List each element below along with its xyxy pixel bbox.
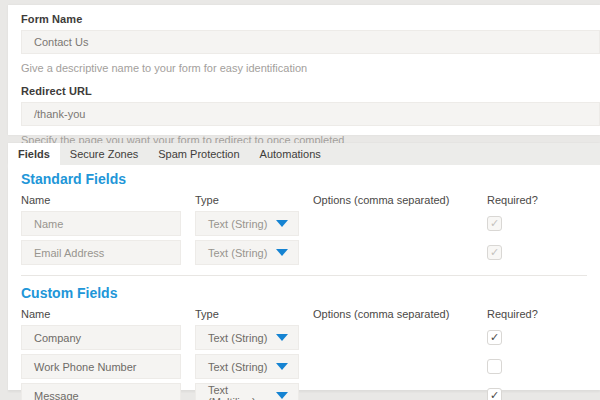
redirect-url-label: Redirect URL [21,85,600,97]
chevron-down-icon [276,220,288,227]
custom-fields-header-row: Name Type Options (comma separated) Requ… [21,308,600,325]
column-header-options: Options (comma separated) [313,308,473,325]
tab-automations[interactable]: Automations [250,143,331,165]
standard-field-row: Email Address Text (String) [21,240,600,265]
form-name-label: Form Name [21,13,600,25]
chevron-down-icon [276,334,288,341]
chevron-down-icon [276,392,288,399]
field-type-value: Text (String) [208,247,267,259]
required-checkbox[interactable] [487,245,502,260]
required-checkbox[interactable] [487,359,502,374]
column-header-name: Name [21,308,181,325]
column-header-options: Options (comma separated) [313,194,473,211]
field-name-input[interactable]: Message [21,383,181,400]
custom-field-row: Company Text (String) [21,325,600,350]
column-header-type: Type [195,308,299,325]
field-type-select[interactable]: Text (String) [195,240,299,265]
field-type-select[interactable]: Text (String) [195,211,299,236]
required-checkbox[interactable] [487,216,502,231]
form-name-input[interactable]: Contact Us [21,30,600,54]
field-type-value: Text (String) [208,218,267,230]
column-header-required: Required? [487,194,600,211]
column-header-required: Required? [487,308,600,325]
required-checkbox[interactable] [487,388,502,400]
section-divider [21,275,587,276]
field-options-cell [313,240,473,265]
field-type-select[interactable]: Text (Multiline) [195,383,299,400]
form-settings-card: Form Name Contact Us Give a descriptive … [8,5,600,135]
custom-field-row: Message Text (Multiline) [21,383,600,400]
custom-field-row: Work Phone Number Text (String) [21,354,600,379]
field-type-select[interactable]: Text (String) [195,354,299,379]
field-options-cell [313,211,473,236]
standard-fields-header-row: Name Type Options (comma separated) Requ… [21,194,600,211]
redirect-url-input[interactable]: /thank-you [21,102,600,126]
tab-bar: Fields Secure Zones Spam Protection Auto… [8,143,600,165]
field-type-value: Text (Multiline) [208,384,276,400]
field-name-input[interactable]: Name [21,211,181,236]
chevron-down-icon [276,249,288,256]
tab-spam-protection[interactable]: Spam Protection [148,143,249,165]
tab-fields[interactable]: Fields [8,143,60,165]
form-name-help: Give a descriptive name to your form for… [21,62,600,74]
required-checkbox[interactable] [487,330,502,345]
field-type-value: Text (String) [208,361,267,373]
chevron-down-icon [276,363,288,370]
fields-tab-content: Standard Fields Name Type Options (comma… [8,165,600,390]
standard-field-row: Name Text (String) [21,211,600,236]
column-header-name: Name [21,194,181,211]
field-type-select[interactable]: Text (String) [195,325,299,350]
tab-secure-zones[interactable]: Secure Zones [60,143,148,165]
custom-fields-title: Custom Fields [21,285,600,301]
field-options-cell [313,354,473,379]
field-options-cell [313,383,473,400]
form-fields-card: Fields Secure Zones Spam Protection Auto… [8,143,600,390]
field-name-input[interactable]: Email Address [21,240,181,265]
field-options-cell [313,325,473,350]
field-type-value: Text (String) [208,332,267,344]
standard-fields-title: Standard Fields [21,171,600,187]
field-name-input[interactable]: Company [21,325,181,350]
column-header-type: Type [195,194,299,211]
field-name-input[interactable]: Work Phone Number [21,354,181,379]
